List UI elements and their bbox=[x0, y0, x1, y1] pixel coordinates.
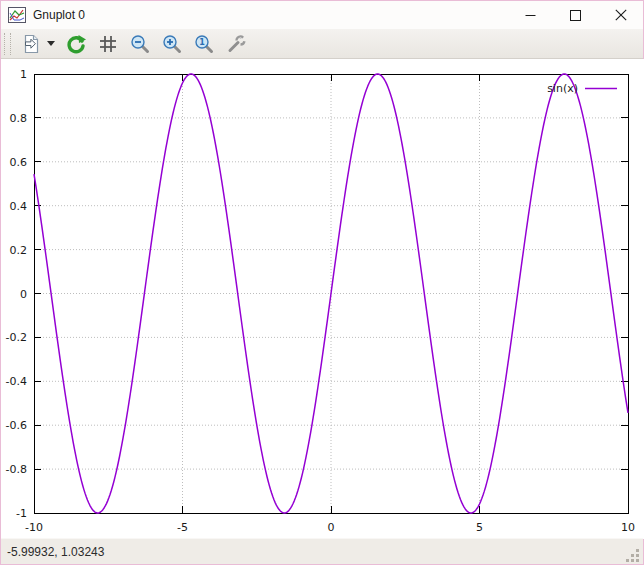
gnuplot-window: Gnuplot 0 bbox=[0, 0, 644, 565]
wrench-icon bbox=[226, 34, 246, 54]
svg-text:0: 0 bbox=[328, 521, 335, 534]
document-export-icon bbox=[22, 34, 41, 54]
caret-down-icon bbox=[47, 41, 55, 46]
svg-text:1: 1 bbox=[199, 38, 205, 47]
svg-text:5: 5 bbox=[476, 521, 483, 534]
toolbar-grip[interactable] bbox=[4, 33, 11, 55]
toolbar: 1 bbox=[1, 29, 643, 59]
resize-grip-icon[interactable] bbox=[636, 549, 639, 552]
svg-text:10: 10 bbox=[621, 521, 635, 534]
minimize-icon bbox=[525, 10, 536, 21]
zoom-out-button[interactable] bbox=[127, 31, 153, 57]
maximize-button[interactable] bbox=[553, 1, 598, 29]
export-dropdown-button[interactable] bbox=[45, 31, 57, 57]
legend-label: sin(x) bbox=[547, 82, 578, 95]
status-bar: -5.99932, 1.03243 bbox=[1, 538, 643, 564]
svg-text:0.6: 0.6 bbox=[10, 156, 28, 169]
svg-text:-5: -5 bbox=[177, 521, 188, 534]
gnuplot-app-icon bbox=[8, 7, 26, 23]
svg-text:-0.2: -0.2 bbox=[6, 331, 27, 344]
grid-icon bbox=[98, 34, 118, 54]
svg-text:0.8: 0.8 bbox=[10, 112, 28, 125]
zoom-in-button[interactable] bbox=[159, 31, 185, 57]
magnifier-plus-icon bbox=[162, 34, 182, 54]
refresh-arrow-icon bbox=[66, 34, 86, 54]
svg-text:0.4: 0.4 bbox=[10, 200, 28, 213]
svg-text:-0.6: -0.6 bbox=[6, 419, 27, 432]
configure-button[interactable] bbox=[223, 31, 249, 57]
minimize-button[interactable] bbox=[508, 1, 553, 29]
title-bar: Gnuplot 0 bbox=[1, 1, 643, 29]
plot-canvas[interactable]: -10-5051010.80.60.40.20-0.2-0.4-0.6-0.8-… bbox=[1, 59, 644, 539]
window-title: Gnuplot 0 bbox=[33, 8, 508, 22]
close-button[interactable] bbox=[598, 1, 643, 29]
svg-text:-0.4: -0.4 bbox=[6, 375, 27, 388]
replot-button[interactable] bbox=[63, 31, 89, 57]
svg-text:0.2: 0.2 bbox=[10, 244, 28, 257]
mouse-coordinates: -5.99932, 1.03243 bbox=[7, 545, 636, 559]
plot-svg: -10-5051010.80.60.40.20-0.2-0.4-0.6-0.8-… bbox=[1, 59, 644, 539]
svg-text:0: 0 bbox=[20, 288, 27, 301]
export-plot-button[interactable] bbox=[18, 31, 44, 57]
magnifier-minus-icon bbox=[130, 34, 150, 54]
maximize-icon bbox=[570, 10, 581, 21]
close-icon bbox=[615, 9, 627, 21]
svg-text:-0.8: -0.8 bbox=[6, 463, 27, 476]
svg-text:1: 1 bbox=[20, 68, 27, 81]
magnifier-one-icon: 1 bbox=[194, 34, 214, 54]
toggle-grid-button[interactable] bbox=[95, 31, 121, 57]
svg-text:-10: -10 bbox=[25, 521, 43, 534]
svg-text:-1: -1 bbox=[16, 507, 27, 520]
zoom-reset-button[interactable]: 1 bbox=[191, 31, 217, 57]
